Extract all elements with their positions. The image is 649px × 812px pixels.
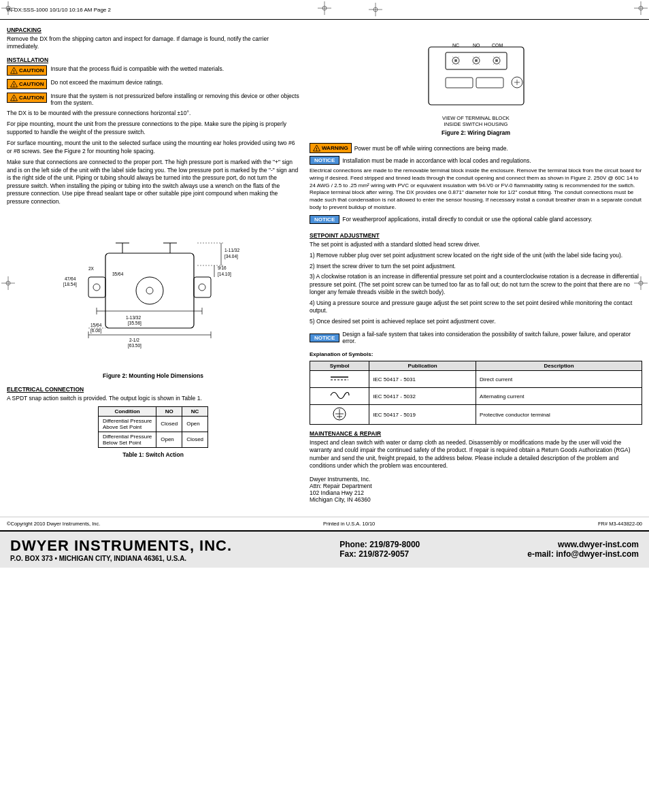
svg-text:9/16: 9/16 bbox=[218, 265, 227, 270]
address-attn: Attn: Repair Department bbox=[310, 483, 642, 489]
electrical-para: Electrical connections are made to the r… bbox=[310, 167, 642, 212]
svg-rect-60 bbox=[429, 47, 524, 105]
caution-badge-2: ! CAUTION bbox=[7, 79, 47, 89]
svg-text:NC: NC bbox=[452, 43, 459, 48]
header-crosshair-icon bbox=[369, 3, 382, 16]
header-text: IN-DX:SSS-1000 10/1/10 10:16 AM Page 2 bbox=[7, 7, 111, 13]
install-para2: For pipe mounting, mount the unit from t… bbox=[7, 120, 299, 136]
svg-rect-75 bbox=[476, 78, 503, 88]
warning-badge: ! WARNING bbox=[310, 143, 352, 153]
footer-printed: Printed in U.S.A. 10/10 bbox=[323, 521, 375, 527]
fax-line: Fax: 219/872-9057 bbox=[339, 549, 420, 559]
website: www.dwyer-inst.com bbox=[527, 540, 639, 549]
wiring-diagram: NC NO COM VIEW OF TERMINAL BLOCKINSIDE S… bbox=[310, 27, 642, 136]
unpacking-title: UNPACKING bbox=[7, 27, 299, 33]
mounting-diagram-svg: 1-11/32 [34.04] 9/16 [14.10] 1-13/32 [35… bbox=[51, 212, 255, 369]
address-street: 102 Indiana Hwy 212 bbox=[310, 489, 642, 496]
notice-text-1: Installation must be made in accordance … bbox=[342, 157, 531, 164]
web-block: www.dwyer-inst.com e-mail: info@dwyer-in… bbox=[527, 540, 639, 559]
caution-triangle-icon-3: ! bbox=[10, 94, 18, 101]
notice-block-1: NOTICE Installation must be made in acco… bbox=[310, 156, 531, 165]
table-cell-condition-1: Differential PressureAbove Set Point bbox=[98, 416, 156, 432]
company-address: P.O. BOX 373 • MICHIGAN CITY, INDIANA 46… bbox=[10, 555, 232, 562]
symbols-symbol-earth bbox=[310, 405, 369, 425]
setpoint-step-3: 3) A clockwise rotation is an increase i… bbox=[310, 273, 642, 296]
svg-text:[63.50]: [63.50] bbox=[128, 343, 142, 348]
symbols-pub-earth: IEC 50417 - 5019 bbox=[369, 405, 476, 425]
caution-badge-3: ! CAUTION bbox=[7, 93, 47, 103]
setpoint-title: SETPOINT ADJUSTMENT bbox=[310, 232, 642, 239]
symbols-symbol-ac bbox=[310, 388, 369, 405]
install-para3: For surface mounting, mount the unit to … bbox=[7, 140, 299, 155]
table-header-nc: NC bbox=[182, 406, 208, 416]
bottom-bar: DWYER INSTRUMENTS, INC. P.O. BOX 373 • M… bbox=[0, 530, 649, 568]
svg-text:[14.10]: [14.10] bbox=[218, 272, 231, 277]
fax-number: 219/872-9057 bbox=[359, 549, 409, 559]
footer: ©Copyright 2010 Dwyer Instruments, Inc. … bbox=[0, 517, 649, 530]
mounting-caption: Figure 2: Mounting Hole Dimensions bbox=[7, 372, 299, 379]
left-column: UNPACKING Remove the DX from the shippin… bbox=[7, 27, 299, 503]
address-company: Dwyer Instruments, Inc. bbox=[310, 476, 642, 483]
email: e-mail: info@dwyer-inst.com bbox=[527, 549, 639, 559]
unpacking-section: UNPACKING Remove the DX from the shippin… bbox=[7, 27, 299, 51]
table-caption: Table 1: Switch Action bbox=[7, 451, 299, 458]
installation-section: INSTALLATION ! CAUTION Insure that the p… bbox=[7, 56, 299, 206]
setpoint-steps: 1) Remove rubber plug over set point adj… bbox=[310, 252, 642, 325]
crosshair-mid-left bbox=[1, 276, 15, 291]
table-header-no: NO bbox=[156, 406, 182, 416]
company-name: DWYER INSTRUMENTS, INC. bbox=[10, 537, 232, 555]
symbols-pub-dc: IEC 50417 - 5031 bbox=[369, 371, 476, 388]
footer-copyright: ©Copyright 2010 Dwyer Instruments, Inc. bbox=[7, 521, 100, 527]
svg-text:1-13/32: 1-13/32 bbox=[126, 315, 141, 320]
svg-text:[34.04]: [34.04] bbox=[224, 254, 238, 259]
symbols-pub-ac: IEC 50417 - 5032 bbox=[369, 388, 476, 405]
table-cell-no-1: Closed bbox=[156, 416, 182, 432]
warning-text: Power must be off while wiring connectio… bbox=[354, 145, 508, 152]
phone-label: Phone: bbox=[339, 540, 367, 549]
symbols-title: Explanation of Symbols: bbox=[310, 351, 642, 357]
notice-block-2: NOTICE For weatherproof applications, in… bbox=[310, 215, 593, 224]
electrical-text: A SPDT snap action switch is provided. T… bbox=[7, 395, 299, 402]
symbols-header-symbol: Symbol bbox=[310, 361, 369, 371]
maintenance-text: Inspect and clean switch with water or d… bbox=[310, 439, 642, 470]
svg-text:2X: 2X bbox=[88, 266, 95, 271]
setpoint-step-5: 5) Once desired set point is achieved re… bbox=[310, 318, 642, 325]
wiring-view-text: VIEW OF TERMINAL BLOCKINSIDE SWITCH HOUS… bbox=[310, 115, 642, 127]
ac-symbol-icon bbox=[329, 390, 350, 401]
symbols-symbol-dc bbox=[310, 371, 369, 388]
electrical-title: ELECTRICAL CONNECTION bbox=[7, 386, 299, 393]
unpacking-text: Remove the DX from the shipping carton a… bbox=[7, 35, 299, 51]
notice-badge-2: NOTICE bbox=[310, 215, 339, 224]
symbols-header-desc: Description bbox=[476, 361, 642, 371]
caution-triangle-icon-2: ! bbox=[10, 80, 18, 88]
crosshair-top-right bbox=[634, 1, 648, 16]
notice-block-3: NOTICE Design a fail-safe system that ta… bbox=[310, 331, 642, 344]
installation-title: INSTALLATION bbox=[7, 56, 299, 63]
contact-block: Phone: 219/879-8000 Fax: 219/872-9057 bbox=[339, 540, 420, 559]
warning-triangle-icon: ! bbox=[313, 144, 320, 152]
electrical-section: ELECTRICAL CONNECTION A SPDT snap action… bbox=[7, 386, 299, 457]
svg-rect-31 bbox=[88, 277, 105, 297]
earth-symbol-icon bbox=[329, 407, 350, 421]
maintenance-section: MAINTENANCE & REPAIR Inspect and clean s… bbox=[310, 430, 642, 470]
main-content: UNPACKING Remove the DX from the shippin… bbox=[0, 20, 649, 510]
setpoint-step-2: 2) Insert the screw driver to turn the s… bbox=[310, 263, 642, 270]
crosshair-top-mid bbox=[318, 1, 331, 16]
svg-text:[35.56]: [35.56] bbox=[128, 321, 142, 326]
notice-badge-3: NOTICE bbox=[310, 334, 339, 342]
symbols-header-pub: Publication bbox=[369, 361, 476, 371]
symbols-desc-ac: Alternating current bbox=[476, 388, 642, 405]
right-column: NC NO COM VIEW OF TERMINAL BLOCKINSIDE S… bbox=[310, 27, 642, 503]
svg-text:2-1/2: 2-1/2 bbox=[129, 338, 139, 342]
warning-block: ! WARNING Power must be off while wiring… bbox=[310, 143, 508, 153]
svg-text:[18.54]: [18.54] bbox=[63, 282, 77, 287]
page-wrapper: IN-DX:SSS-1000 10/1/10 10:16 AM Page 2 U… bbox=[0, 0, 649, 568]
svg-text:1-11/32: 1-11/32 bbox=[224, 248, 239, 253]
table-cell-condition-2: Differential PressureBelow Set Point bbox=[98, 432, 156, 447]
crosshair-mid-right bbox=[634, 276, 648, 291]
caution-triangle-icon-1: ! bbox=[10, 67, 18, 74]
company-info: DWYER INSTRUMENTS, INC. P.O. BOX 373 • M… bbox=[10, 537, 232, 562]
svg-text:35/64: 35/64 bbox=[112, 272, 124, 276]
table-cell-nc-2: Closed bbox=[182, 432, 208, 447]
svg-text:NO: NO bbox=[473, 43, 480, 48]
